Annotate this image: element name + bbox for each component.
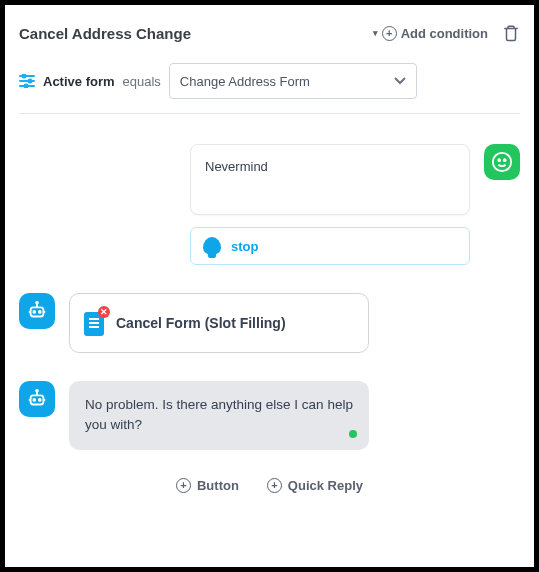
- add-button-button[interactable]: + Button: [176, 478, 239, 493]
- plus-circle-icon: +: [382, 26, 397, 41]
- bot-action-row: ✕ Cancel Form (Slot Filling): [19, 293, 520, 353]
- add-condition-label: Add condition: [401, 26, 488, 41]
- svg-point-5: [25, 85, 28, 88]
- user-face-icon: [491, 151, 513, 173]
- add-condition-button[interactable]: ▾ + Add condition: [373, 26, 488, 41]
- header: Cancel Address Change ▾ + Add condition: [19, 23, 520, 43]
- user-message-column: Nevermind stop: [190, 144, 470, 265]
- bot-action-label: Cancel Form (Slot Filling): [116, 315, 286, 331]
- intent-chip[interactable]: stop: [190, 227, 470, 265]
- add-quick-reply-label: Quick Reply: [288, 478, 363, 493]
- bot-reply-text: No problem. Is there anything else I can…: [85, 397, 353, 432]
- header-actions: ▾ + Add condition: [373, 23, 520, 43]
- svg-point-3: [29, 80, 32, 83]
- svg-point-11: [39, 311, 41, 313]
- bot-avatar: [19, 381, 55, 417]
- story-panel: Cancel Address Change ▾ + Add condition …: [5, 5, 534, 567]
- story-title: Cancel Address Change: [19, 25, 191, 42]
- intent-name: stop: [231, 239, 258, 254]
- robot-icon: [26, 300, 48, 322]
- trash-icon[interactable]: [502, 23, 520, 43]
- svg-point-10: [33, 311, 35, 313]
- caret-down-icon: ▾: [373, 28, 378, 38]
- cancel-form-icon: ✕: [84, 310, 106, 336]
- svg-point-6: [493, 153, 511, 171]
- filter-icon: [19, 74, 35, 88]
- svg-point-7: [498, 159, 500, 161]
- divider: [19, 113, 520, 114]
- lightbulb-icon: [203, 237, 221, 255]
- svg-point-13: [36, 302, 38, 304]
- plus-circle-icon: +: [176, 478, 191, 493]
- plus-circle-icon: +: [267, 478, 282, 493]
- chevron-down-icon: [394, 77, 406, 85]
- status-dot-icon: [349, 430, 357, 438]
- robot-icon: [26, 388, 48, 410]
- user-utterance[interactable]: Nevermind: [190, 144, 470, 215]
- svg-point-1: [23, 75, 26, 78]
- svg-point-17: [33, 399, 35, 401]
- condition-value-select[interactable]: Change Address Form: [169, 63, 417, 99]
- bot-reply-row: No problem. Is there anything else I can…: [19, 381, 520, 450]
- svg-point-20: [36, 390, 38, 392]
- condition-row: Active form equals Change Address Form: [19, 63, 520, 99]
- svg-point-8: [504, 159, 506, 161]
- user-message-row: Nevermind stop: [19, 144, 520, 265]
- footer-actions: + Button + Quick Reply: [19, 478, 520, 493]
- bot-action-card[interactable]: ✕ Cancel Form (Slot Filling): [69, 293, 369, 353]
- condition-value: Change Address Form: [180, 74, 310, 89]
- bot-action-column: ✕ Cancel Form (Slot Filling): [69, 293, 369, 353]
- svg-point-18: [39, 399, 41, 401]
- bot-reply-bubble[interactable]: No problem. Is there anything else I can…: [69, 381, 369, 450]
- user-avatar: [484, 144, 520, 180]
- condition-operator: equals: [123, 74, 161, 89]
- condition-field: Active form: [43, 74, 115, 89]
- user-utterance-text: Nevermind: [205, 159, 268, 174]
- add-quick-reply-button[interactable]: + Quick Reply: [267, 478, 363, 493]
- bot-avatar: [19, 293, 55, 329]
- add-button-label: Button: [197, 478, 239, 493]
